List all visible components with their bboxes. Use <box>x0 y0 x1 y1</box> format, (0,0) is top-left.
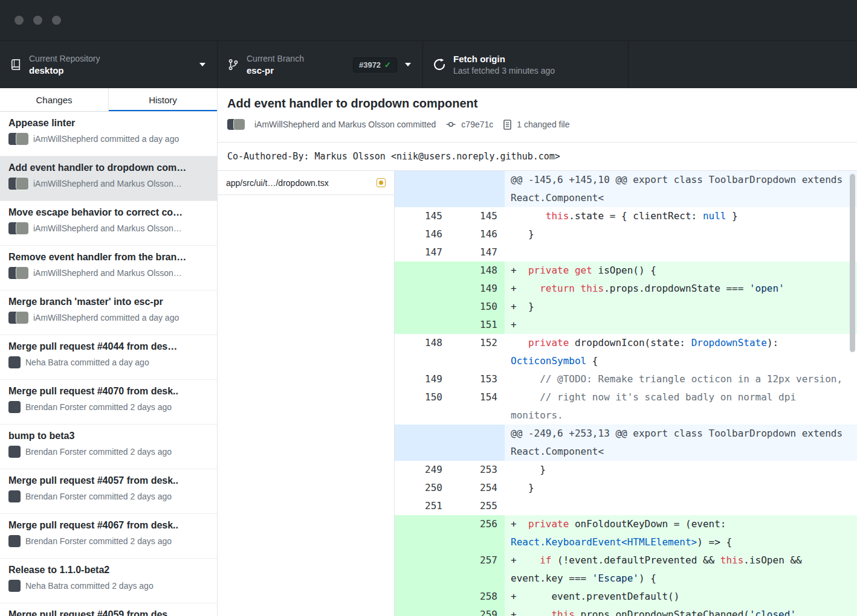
avatar <box>8 535 21 547</box>
commit-item-title: Merge pull request #4070 from desk.. <box>8 385 209 397</box>
diff-code-text: + event.preventDefault() <box>505 588 857 606</box>
commit-item-byline: iAmWillShepherd and Markus Olsson… <box>33 268 182 278</box>
commit-list-item[interactable]: Release to 1.1.0-beta2Neha Batra committ… <box>0 559 217 603</box>
tab-history[interactable]: History <box>109 88 217 111</box>
modified-status-icon <box>377 178 386 187</box>
commit-item-title: Release to 1.1.0-beta2 <box>8 564 209 576</box>
old-line-number: 146 <box>395 225 450 243</box>
avatar <box>8 446 21 458</box>
diff-code-row: 259+ this.props.onDropdownStateChanged('… <box>395 606 857 616</box>
commit-list-item[interactable]: bump to beta3Brendan Forster committed 2… <box>0 425 217 469</box>
diff-code-text: @@ -145,6 +145,10 @@ export class Toolba… <box>505 171 857 207</box>
commit-list-item[interactable]: Merge pull request #4067 from desk..Bren… <box>0 514 217 559</box>
old-line-number: 145 <box>395 207 450 225</box>
commit-item-title: Merge pull request #4067 from desk.. <box>8 519 209 531</box>
diff-code-text <box>505 497 857 515</box>
old-line-number <box>395 298 450 316</box>
avatar-stack <box>8 133 28 145</box>
diff-code-row: 251255 <box>395 497 857 515</box>
commit-item-meta: iAmWillShepherd and Markus Olsson… <box>8 178 209 190</box>
commit-description: Co-Authored-By: Markus Olsson <niik@user… <box>218 142 857 171</box>
diff-code-row: 257+ if (!event.defaultPrevented && this… <box>395 551 857 588</box>
tab-changes[interactable]: Changes <box>0 88 109 111</box>
avatar-stack <box>8 535 21 547</box>
branch-name: esc-pr <box>247 65 347 77</box>
commit-list-item[interactable]: Add event handler to dropdown com…iAmWil… <box>0 156 217 201</box>
commit-item-meta: Brendan Forster committed 2 days ago <box>8 446 209 458</box>
diff-hunk-row: @@ -249,6 +253,13 @@ export class Toolba… <box>395 425 857 461</box>
commit-item-byline: Brendan Forster committed 2 days ago <box>25 447 172 457</box>
old-line-number <box>395 316 450 334</box>
new-line-number: 152 <box>450 334 505 370</box>
old-line-number: 150 <box>395 388 450 425</box>
diff-code-text: private dropdownIcon(state: DropdownStat… <box>505 334 857 370</box>
content: Changes History Appease linteriAmWillShe… <box>0 88 857 616</box>
commit-item-meta: Neha Batra committed 2 days ago <box>8 580 209 592</box>
new-line-number: 149 <box>450 280 505 298</box>
diff-code-row: 148152 private dropdownIcon(state: Dropd… <box>395 334 857 370</box>
commit-byline: iAmWillShepherd and Markus Olsson commit… <box>227 119 847 142</box>
diff-code-text: + } <box>505 298 857 316</box>
commit-list-item[interactable]: Move escape behavior to correct co…iAmWi… <box>0 201 217 246</box>
branch-switcher-button[interactable]: Current Branch esc-pr #3972 ✓ <box>218 41 423 88</box>
commit-item-meta: Brendan Forster committed 2 days ago <box>8 535 209 547</box>
avatar-stack <box>8 312 28 324</box>
old-line-number <box>395 551 450 588</box>
fetch-label: Fetch origin <box>453 53 617 65</box>
commit-list-item[interactable]: Merge pull request #4070 from desk..Bren… <box>0 380 217 425</box>
pull-request-badge: #3972 ✓ <box>353 57 397 72</box>
avatar-stack <box>8 267 28 279</box>
check-icon: ✓ <box>384 60 391 69</box>
commit-item-title: Merge pull request #4057 from desk.. <box>8 475 209 487</box>
diff-scrollbar-thumb[interactable] <box>850 174 855 352</box>
new-line-number: 257 <box>450 551 505 588</box>
old-line-number <box>395 425 450 461</box>
new-line-number: 253 <box>450 461 505 479</box>
github-desktop-window: Current Repository desktop Current Branc… <box>0 0 857 616</box>
minimize-button[interactable] <box>33 16 42 25</box>
new-line-number: 147 <box>450 243 505 261</box>
commit-list-item[interactable]: Appease linteriAmWillShepherd committed … <box>0 112 217 156</box>
new-line-number: 150 <box>450 298 505 316</box>
commit-list-item[interactable]: Remove event handler from the bran…iAmWi… <box>0 246 217 290</box>
new-line-number: 148 <box>450 261 505 280</box>
file-list-item[interactable]: app/src/ui/t…/dropdown.tsx <box>218 171 394 195</box>
repo-book-icon <box>10 59 22 71</box>
diff-code-row: 150+ } <box>395 298 857 316</box>
diff-code-row: 145145 this.state = { clientRect: null } <box>395 207 857 225</box>
commit-list-item[interactable]: Merge pull request #4057 from desk..Bren… <box>0 469 217 514</box>
old-line-number <box>395 280 450 298</box>
new-line-number: 151 <box>450 316 505 334</box>
diff-code-text: this.state = { clientRect: null } <box>505 207 857 225</box>
changed-files-count: 1 changed file <box>517 120 569 129</box>
commit-item-title: Merge pull request #4044 from des… <box>8 341 209 353</box>
repository-switcher-button[interactable]: Current Repository desktop <box>0 41 218 88</box>
close-button[interactable] <box>15 16 24 25</box>
commit-list-item[interactable]: Merge pull request #4059 from des… <box>0 603 217 616</box>
diff-code-row: 150154 // right now it's scaled badly on… <box>395 388 857 425</box>
repository-label: Current Repository <box>29 53 192 64</box>
diff-code-text <box>505 243 857 261</box>
avatar <box>16 267 28 279</box>
new-line-number: 254 <box>450 479 505 497</box>
commit-list-item[interactable]: Merge pull request #4044 from des…Neha B… <box>0 335 217 380</box>
old-line-number: 250 <box>395 479 450 497</box>
commit-item-byline: iAmWillShepherd committed a day ago <box>33 313 179 322</box>
avatar-stack <box>8 580 21 592</box>
chevron-down-icon <box>404 62 412 67</box>
diff-code-text: } <box>505 225 857 243</box>
commit-list-item[interactable]: Merge branch 'master' into esc-priAmWill… <box>0 290 217 335</box>
avatar-stack <box>227 119 245 130</box>
old-line-number <box>395 515 450 551</box>
avatar <box>234 119 245 130</box>
commit-item-meta: iAmWillShepherd and Markus Olsson… <box>8 267 209 279</box>
git-branch-icon <box>227 59 239 71</box>
diff-hunk-row: @@ -145,6 +145,10 @@ export class Toolba… <box>395 171 857 207</box>
fetch-origin-button[interactable]: Fetch origin Last fetched 3 minutes ago <box>423 41 629 88</box>
avatar-stack <box>8 446 21 458</box>
commit-item-meta: iAmWillShepherd committed a day ago <box>8 133 209 145</box>
new-line-number: 259 <box>450 606 505 616</box>
zoom-button[interactable] <box>52 16 61 25</box>
changed-file-list: app/src/ui/t…/dropdown.tsx <box>218 171 395 616</box>
git-commit-icon <box>445 120 456 129</box>
